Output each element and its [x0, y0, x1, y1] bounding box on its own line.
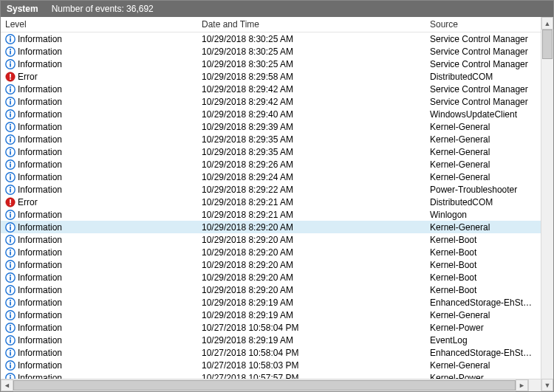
scroll-right-arrow-icon[interactable]: ► [516, 379, 528, 391]
table-row[interactable]: Information10/29/2018 8:30:25 AMService … [1, 58, 541, 70]
table-row[interactable]: Information10/29/2018 8:29:19 AMEventLog [1, 334, 541, 346]
table-row[interactable]: Information10/27/2018 10:57:57 PMKernel-… [1, 371, 541, 379]
cell-source: Service Control Manager [425, 97, 541, 107]
cell-date: 10/27/2018 10:57:57 PM [197, 373, 425, 379]
table-row[interactable]: Information10/29/2018 8:29:20 AMKernel-B… [1, 283, 541, 296]
table-row[interactable]: Information10/29/2018 8:29:42 AMService … [1, 95, 541, 108]
cell-source: DistributedCOM [425, 72, 541, 82]
cell-date: 10/29/2018 8:29:20 AM [197, 272, 425, 283]
scroll-left-arrow-icon[interactable]: ◄ [1, 379, 13, 391]
cell-source: Winlogon [425, 210, 541, 220]
table-row[interactable]: Information10/29/2018 8:29:20 AMKernel-G… [1, 221, 541, 233]
info-icon [5, 122, 16, 132]
column-header-source[interactable]: Source [425, 17, 541, 32]
cell-source: Service Control Manager [425, 34, 541, 44]
cell-date: 10/27/2018 10:58:04 PM [197, 348, 425, 358]
cell-date: 10/29/2018 8:29:21 AM [197, 197, 425, 207]
info-icon [5, 335, 16, 345]
level-text: Information [18, 34, 62, 44]
info-icon [5, 247, 16, 258]
column-header-date[interactable]: Date and Time [197, 17, 425, 32]
horizontal-scrollbar[interactable]: ◄ ► [1, 379, 541, 391]
cell-source: Kernel-General [425, 147, 541, 157]
table-row[interactable]: Information10/29/2018 8:29:22 AMPower-Tr… [1, 183, 541, 196]
level-text: Information [18, 122, 62, 132]
table-row[interactable]: Information10/29/2018 8:30:25 AMService … [1, 32, 541, 45]
level-text: Information [18, 235, 62, 245]
table-row[interactable]: Information10/29/2018 8:29:21 AMWinlogon [1, 208, 541, 221]
info-icon [5, 373, 16, 379]
cell-source: Kernel-General [425, 134, 541, 145]
v-scroll-track[interactable] [541, 30, 553, 379]
info-icon [5, 360, 16, 371]
table-row[interactable]: Information10/29/2018 8:30:25 AMService … [1, 45, 541, 58]
v-scroll-thumb[interactable] [542, 30, 553, 59]
table-row[interactable]: Information10/27/2018 10:58:03 PMKernel-… [1, 359, 541, 371]
info-icon [5, 260, 16, 270]
info-icon [5, 185, 16, 195]
cell-level: Information [1, 222, 197, 233]
info-icon [5, 47, 16, 57]
cell-level: Information [1, 172, 197, 182]
cell-date: 10/29/2018 8:29:19 AM [197, 310, 425, 320]
level-text: Information [18, 272, 62, 283]
cell-level: Information [1, 360, 197, 371]
scroll-down-arrow-icon[interactable]: ▼ [541, 379, 553, 391]
info-icon [5, 235, 16, 245]
table-row[interactable]: Information10/29/2018 8:29:26 AMKernel-G… [1, 158, 541, 171]
info-icon [5, 134, 16, 145]
cell-date: 10/29/2018 8:29:42 AM [197, 84, 425, 94]
table-row[interactable]: Information10/27/2018 10:58:04 PMEnhance… [1, 346, 541, 359]
h-scroll-track[interactable] [13, 379, 516, 391]
cell-source: Service Control Manager [425, 84, 541, 94]
level-text: Information [18, 247, 62, 258]
table-row[interactable]: Information10/29/2018 8:29:20 AMKernel-B… [1, 233, 541, 246]
cell-source: Kernel-Power [425, 323, 541, 333]
cell-source: Service Control Manager [425, 59, 541, 69]
cell-date: 10/29/2018 8:29:20 AM [197, 247, 425, 258]
cell-date: 10/29/2018 8:30:25 AM [197, 47, 425, 57]
table-row[interactable]: Information10/27/2018 10:58:04 PMKernel-… [1, 321, 541, 334]
table-row[interactable]: Information10/29/2018 8:29:35 AMKernel-G… [1, 133, 541, 145]
cell-source: EventLog [425, 335, 541, 345]
table-row[interactable]: Information10/29/2018 8:29:20 AMKernel-B… [1, 271, 541, 283]
table-row[interactable]: Error10/29/2018 8:29:21 AMDistributedCOM [1, 196, 541, 208]
cell-date: 10/29/2018 8:29:24 AM [197, 172, 425, 182]
scroll-corner [528, 379, 541, 391]
event-rows: Information10/29/2018 8:30:25 AMService … [1, 32, 541, 379]
cell-level: Information [1, 373, 197, 379]
vertical-scrollbar[interactable]: ▲ ▼ [541, 17, 553, 391]
level-text: Information [18, 323, 62, 333]
cell-level: Information [1, 109, 197, 120]
level-text: Information [18, 348, 62, 358]
cell-level: Information [1, 310, 197, 320]
table-row[interactable]: Information10/29/2018 8:29:35 AMKernel-G… [1, 145, 541, 158]
cell-source: Kernel-General [425, 122, 541, 132]
info-icon [5, 147, 16, 157]
table-row[interactable]: Information10/29/2018 8:29:24 AMKernel-G… [1, 171, 541, 183]
cell-date: 10/29/2018 8:29:22 AM [197, 185, 425, 195]
cell-level: Information [1, 97, 197, 107]
table-row[interactable]: Information10/29/2018 8:29:20 AMKernel-B… [1, 258, 541, 271]
table-row[interactable]: Error10/29/2018 8:29:58 AMDistributedCOM [1, 70, 541, 83]
level-text: Information [18, 335, 62, 345]
cell-level: Information [1, 84, 197, 94]
cell-level: Information [1, 47, 197, 57]
column-headers: Level Date and Time Source [1, 17, 541, 32]
table-row[interactable]: Information10/29/2018 8:29:39 AMKernel-G… [1, 120, 541, 133]
table-row[interactable]: Information10/29/2018 8:29:19 AMKernel-G… [1, 309, 541, 321]
table-row[interactable]: Information10/29/2018 8:29:40 AMWindowsU… [1, 108, 541, 120]
scroll-up-arrow-icon[interactable]: ▲ [541, 17, 553, 30]
cell-level: Information [1, 247, 197, 258]
level-text: Information [18, 310, 62, 320]
cell-level: Information [1, 285, 197, 295]
cell-level: Information [1, 59, 197, 69]
h-scroll-thumb[interactable] [13, 380, 516, 391]
level-text: Information [18, 298, 62, 308]
table-row[interactable]: Information10/29/2018 8:29:20 AMKernel-B… [1, 246, 541, 258]
event-table: Level Date and Time Source Information10… [1, 17, 541, 391]
body: Level Date and Time Source Information10… [1, 17, 553, 391]
column-header-level[interactable]: Level [1, 17, 197, 32]
table-row[interactable]: Information10/29/2018 8:29:42 AMService … [1, 83, 541, 95]
table-row[interactable]: Information10/29/2018 8:29:19 AMEnhanced… [1, 296, 541, 309]
